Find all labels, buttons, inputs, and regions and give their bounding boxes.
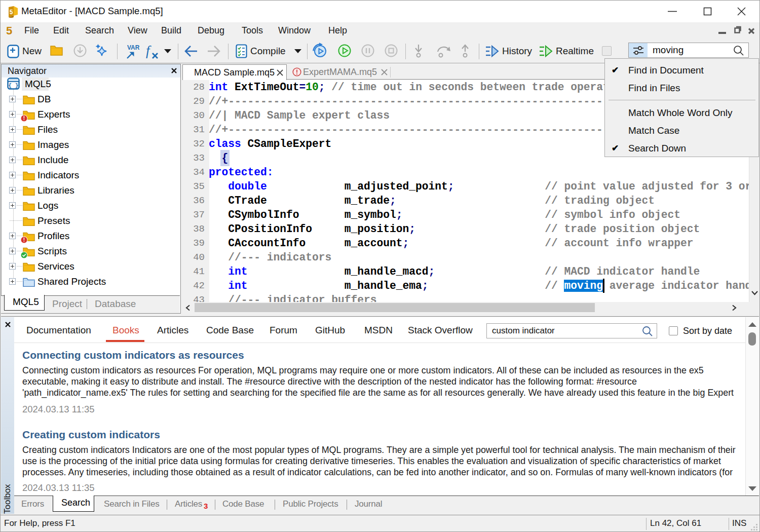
svg-text:!: ! — [23, 237, 25, 243]
svg-text:!: ! — [23, 116, 25, 121]
svg-text:VAR: VAR — [127, 44, 140, 51]
svg-text:5: 5 — [10, 9, 13, 16]
svg-text:f: f — [146, 44, 151, 58]
